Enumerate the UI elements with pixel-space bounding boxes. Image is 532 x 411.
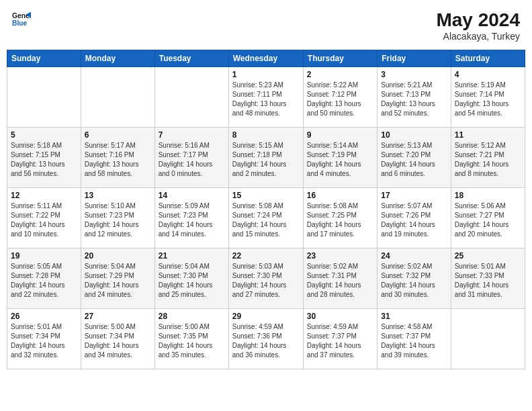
calendar-day-9: 9Sunrise: 5:14 AMSunset: 7:19 PMDaylight… (303, 128, 377, 188)
day-info: Sunrise: 5:13 AMSunset: 7:20 PMDaylight:… (381, 141, 447, 179)
day-number: 3 (381, 70, 447, 79)
calendar-day-25: 25Sunrise: 5:01 AMSunset: 7:33 PMDayligh… (451, 248, 525, 309)
calendar-day-5: 5Sunrise: 5:18 AMSunset: 7:15 PMDaylight… (7, 128, 81, 188)
day-number: 29 (232, 312, 300, 321)
day-number: 14 (159, 191, 225, 200)
calendar-week-5: 26Sunrise: 5:01 AMSunset: 7:34 PMDayligh… (7, 309, 525, 369)
day-info: Sunrise: 5:04 AMSunset: 7:30 PMDaylight:… (159, 262, 225, 300)
day-info: Sunrise: 5:08 AMSunset: 7:24 PMDaylight:… (232, 201, 300, 239)
calendar-day-28: 28Sunrise: 5:00 AMSunset: 7:35 PMDayligh… (154, 309, 228, 369)
calendar-day-15: 15Sunrise: 5:08 AMSunset: 7:24 PMDayligh… (228, 188, 303, 248)
day-info: Sunrise: 5:04 AMSunset: 7:29 PMDaylight:… (85, 262, 151, 300)
day-info: Sunrise: 5:22 AMSunset: 7:12 PMDaylight:… (307, 81, 373, 118)
calendar-day-16: 16Sunrise: 5:08 AMSunset: 7:25 PMDayligh… (303, 188, 377, 248)
day-info: Sunrise: 5:14 AMSunset: 7:19 PMDaylight:… (307, 141, 373, 179)
calendar-day-14: 14Sunrise: 5:09 AMSunset: 7:23 PMDayligh… (154, 188, 228, 248)
calendar-day-2: 2Sunrise: 5:22 AMSunset: 7:12 PMDaylight… (303, 67, 377, 128)
day-number: 7 (159, 130, 225, 140)
day-info: Sunrise: 5:03 AMSunset: 7:30 PMDaylight:… (232, 262, 300, 300)
day-number: 2 (307, 70, 373, 79)
month-title: May 2024 (436, 9, 520, 31)
day-number: 31 (381, 312, 447, 321)
day-number: 20 (85, 251, 151, 261)
logo: General Blue (12, 9, 31, 28)
weekday-header-wednesday: Wednesday (228, 50, 303, 67)
day-info: Sunrise: 5:01 AMSunset: 7:33 PMDaylight:… (455, 262, 521, 300)
calendar-day-31: 31Sunrise: 4:58 AMSunset: 7:37 PMDayligh… (378, 309, 451, 369)
calendar-day-21: 21Sunrise: 5:04 AMSunset: 7:30 PMDayligh… (154, 248, 228, 309)
weekday-header-sunday: Sunday (7, 50, 81, 67)
day-info: Sunrise: 5:19 AMSunset: 7:14 PMDaylight:… (455, 81, 521, 118)
calendar-day-26: 26Sunrise: 5:01 AMSunset: 7:34 PMDayligh… (7, 309, 81, 369)
day-number: 6 (85, 130, 151, 140)
calendar-day-23: 23Sunrise: 5:02 AMSunset: 7:31 PMDayligh… (303, 248, 377, 309)
calendar-day-27: 27Sunrise: 5:00 AMSunset: 7:34 PMDayligh… (81, 309, 154, 369)
day-info: Sunrise: 5:06 AMSunset: 7:27 PMDaylight:… (455, 201, 521, 239)
day-number: 8 (232, 130, 300, 140)
day-number: 22 (232, 251, 300, 261)
day-info: Sunrise: 5:08 AMSunset: 7:25 PMDaylight:… (307, 201, 373, 239)
day-number: 10 (381, 130, 447, 140)
day-info: Sunrise: 5:15 AMSunset: 7:18 PMDaylight:… (232, 141, 300, 179)
calendar-week-3: 12Sunrise: 5:11 AMSunset: 7:22 PMDayligh… (7, 188, 525, 248)
day-info: Sunrise: 5:21 AMSunset: 7:13 PMDaylight:… (381, 81, 447, 118)
day-number: 13 (85, 191, 151, 200)
day-info: Sunrise: 5:00 AMSunset: 7:35 PMDaylight:… (159, 322, 225, 360)
day-number: 27 (85, 312, 151, 321)
weekday-header-monday: Monday (81, 50, 154, 67)
calendar-week-2: 5Sunrise: 5:18 AMSunset: 7:15 PMDaylight… (7, 128, 525, 188)
day-number: 15 (232, 191, 300, 200)
weekday-header-saturday: Saturday (451, 50, 525, 67)
calendar-day-1: 1Sunrise: 5:23 AMSunset: 7:11 PMDaylight… (228, 67, 303, 128)
day-info: Sunrise: 5:00 AMSunset: 7:34 PMDaylight:… (85, 322, 151, 360)
day-number: 26 (11, 312, 77, 321)
day-info: Sunrise: 5:11 AMSunset: 7:22 PMDaylight:… (11, 201, 77, 239)
calendar-day-18: 18Sunrise: 5:06 AMSunset: 7:27 PMDayligh… (451, 188, 525, 248)
calendar-day-11: 11Sunrise: 5:12 AMSunset: 7:21 PMDayligh… (451, 128, 525, 188)
day-info: Sunrise: 4:58 AMSunset: 7:37 PMDaylight:… (381, 322, 447, 360)
weekday-header-friday: Friday (378, 50, 451, 67)
day-info: Sunrise: 5:02 AMSunset: 7:31 PMDaylight:… (307, 262, 373, 300)
calendar-empty-cell (7, 67, 81, 128)
calendar-day-4: 4Sunrise: 5:19 AMSunset: 7:14 PMDaylight… (451, 67, 525, 128)
calendar-day-22: 22Sunrise: 5:03 AMSunset: 7:30 PMDayligh… (228, 248, 303, 309)
day-info: Sunrise: 5:05 AMSunset: 7:28 PMDaylight:… (11, 262, 77, 300)
calendar-day-17: 17Sunrise: 5:07 AMSunset: 7:26 PMDayligh… (378, 188, 451, 248)
day-number: 28 (159, 312, 225, 321)
day-info: Sunrise: 5:18 AMSunset: 7:15 PMDaylight:… (11, 141, 77, 179)
calendar-week-4: 19Sunrise: 5:05 AMSunset: 7:28 PMDayligh… (7, 248, 525, 309)
day-info: Sunrise: 5:16 AMSunset: 7:17 PMDaylight:… (159, 141, 225, 179)
day-number: 19 (11, 251, 77, 261)
day-number: 30 (307, 312, 373, 321)
calendar-day-7: 7Sunrise: 5:16 AMSunset: 7:17 PMDaylight… (154, 128, 228, 188)
calendar-day-13: 13Sunrise: 5:10 AMSunset: 7:23 PMDayligh… (81, 188, 154, 248)
calendar-empty-cell (81, 67, 154, 128)
day-number: 11 (455, 130, 521, 140)
calendar-day-19: 19Sunrise: 5:05 AMSunset: 7:28 PMDayligh… (7, 248, 81, 309)
day-number: 23 (307, 251, 373, 261)
weekday-header-row: SundayMondayTuesdayWednesdayThursdayFrid… (7, 50, 525, 67)
title-block: May 2024 Alacakaya, Turkey (436, 9, 520, 42)
calendar-day-8: 8Sunrise: 5:15 AMSunset: 7:18 PMDaylight… (228, 128, 303, 188)
calendar-table: SundayMondayTuesdayWednesdayThursdayFrid… (7, 50, 525, 369)
day-info: Sunrise: 5:12 AMSunset: 7:21 PMDaylight:… (455, 141, 521, 179)
calendar-day-29: 29Sunrise: 4:59 AMSunset: 7:36 PMDayligh… (228, 309, 303, 369)
day-number: 25 (455, 251, 521, 261)
day-number: 5 (11, 130, 77, 140)
location-title: Alacakaya, Turkey (436, 31, 520, 42)
calendar-day-30: 30Sunrise: 4:59 AMSunset: 7:37 PMDayligh… (303, 309, 377, 369)
page-header: General Blue May 2024 Alacakaya, Turkey (7, 7, 525, 44)
day-info: Sunrise: 5:02 AMSunset: 7:32 PMDaylight:… (381, 262, 447, 300)
day-number: 18 (455, 191, 521, 200)
day-info: Sunrise: 5:07 AMSunset: 7:26 PMDaylight:… (381, 201, 447, 239)
day-info: Sunrise: 5:01 AMSunset: 7:34 PMDaylight:… (11, 322, 77, 360)
day-number: 17 (381, 191, 447, 200)
svg-text:Blue: Blue (12, 19, 28, 27)
calendar-day-24: 24Sunrise: 5:02 AMSunset: 7:32 PMDayligh… (378, 248, 451, 309)
calendar-day-10: 10Sunrise: 5:13 AMSunset: 7:20 PMDayligh… (378, 128, 451, 188)
weekday-header-thursday: Thursday (303, 50, 377, 67)
weekday-header-tuesday: Tuesday (154, 50, 228, 67)
calendar-day-20: 20Sunrise: 5:04 AMSunset: 7:29 PMDayligh… (81, 248, 154, 309)
day-number: 21 (159, 251, 225, 261)
day-info: Sunrise: 5:23 AMSunset: 7:11 PMDaylight:… (232, 81, 300, 118)
